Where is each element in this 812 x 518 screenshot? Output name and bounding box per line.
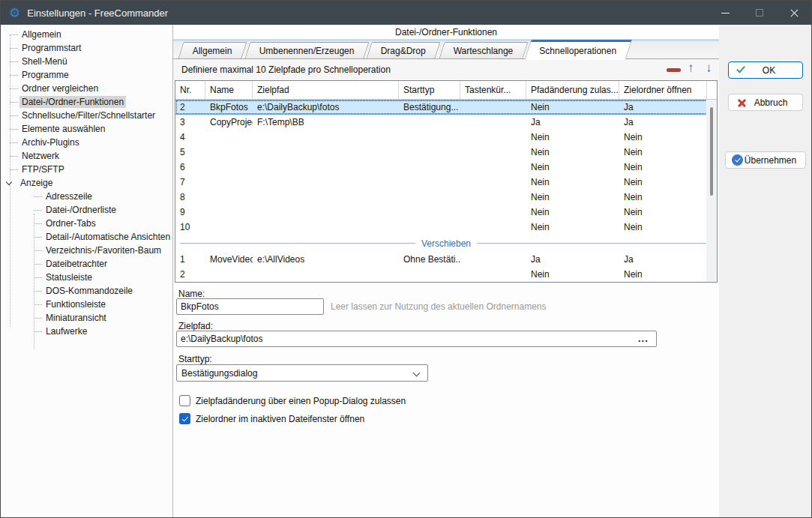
table-cell: Nein	[526, 102, 619, 112]
table-row[interactable]: 8NeinNein	[175, 190, 717, 205]
sidebar-item[interactable]: Archiv-Plugins	[1, 136, 172, 149]
column-header[interactable]: Pfadänderung zulas...	[526, 81, 619, 99]
tab-schnelloperationen[interactable]: Schnelloperationen	[525, 40, 632, 59]
table-cell: Nein	[619, 269, 707, 280]
tab-allgemein[interactable]: Allgemein	[178, 42, 247, 58]
table-cell: Ja	[526, 254, 619, 265]
table-row[interactable]: 5NeinNein	[175, 145, 717, 160]
sidebar-item[interactable]: Ordner vergleichen	[1, 82, 172, 95]
sidebar-item[interactable]: Statusleiste	[1, 271, 172, 284]
table-row[interactable]: 1MoveVideose:\AllVideosOhne Bestäti...Ja…	[175, 252, 717, 267]
sidebar-item[interactable]: Dateibetrachter	[1, 257, 172, 271]
sidebar-item[interactable]: Laufwerke	[1, 325, 172, 338]
titlebar[interactable]: ⚙ Einstellungen - FreeCommander	[1, 1, 811, 25]
sidebar-item-label: Programme	[19, 69, 71, 81]
tree-connector	[10, 34, 18, 35]
remove-icon[interactable]	[667, 68, 681, 72]
sidebar-item[interactable]: Funktionsleiste	[1, 298, 172, 311]
popup-dialog-checkbox-row[interactable]: Zielpfadänderung über einen Popup-Dialog…	[179, 395, 406, 406]
sidebar-item-label: Miniaturansicht	[43, 312, 109, 324]
move-down-icon[interactable]: ↓	[706, 61, 712, 76]
settings-tree: AllgemeinProgrammstartShell-MenüProgramm…	[1, 28, 172, 338]
sidebar-item[interactable]: Shell-Menü	[1, 55, 172, 68]
quickop-toolbar: Definiere maximal 10 Zielpfade pro Schne…	[173, 60, 719, 80]
sidebar-item[interactable]: Verzeichnis-/Favoriten-Baum	[1, 244, 172, 257]
table-header: Nr.NameZielpfadStarttypTastenkür...Pfadä…	[175, 81, 717, 100]
table-cell: 1	[175, 254, 205, 265]
sidebar-item[interactable]: Adresszeile	[1, 190, 172, 203]
tab-label: Allgemein	[193, 46, 232, 56]
table-row[interactable]: 10NeinNein	[175, 220, 717, 235]
table-row[interactable]: 7NeinNein	[175, 175, 717, 190]
cancel-button[interactable]: Abbruch	[728, 94, 803, 111]
chevron-down-icon[interactable]	[6, 178, 12, 184]
sidebar-item[interactable]: Programme	[1, 68, 172, 82]
tree-connector	[10, 169, 18, 170]
table-cell: CopyProject	[205, 117, 253, 127]
close-button[interactable]	[777, 1, 811, 25]
tree-connector	[34, 331, 42, 332]
column-header[interactable]: Zielordner öffnen	[619, 81, 707, 99]
name-input[interactable]	[176, 298, 324, 315]
table-row[interactable]: 2BkpFotose:\DailyBackup\fotosBestätigung…	[175, 100, 717, 115]
sidebar-item[interactable]: Anzeige	[1, 176, 172, 190]
zielpfad-input[interactable]	[176, 331, 657, 347]
popup-dialog-checkbox[interactable]	[179, 395, 190, 406]
apply-check-icon	[732, 154, 743, 166]
column-header[interactable]: Nr.	[175, 81, 205, 99]
close-icon	[790, 8, 799, 18]
sidebar-item[interactable]: Programmstart	[1, 41, 172, 55]
ok-button[interactable]: OK	[728, 61, 803, 79]
sidebar-item-label: Shell-Menü	[19, 55, 70, 67]
tab-label: Schnelloperationen	[540, 46, 617, 56]
sidebar-item[interactable]: FTP/SFTP	[1, 163, 172, 176]
table-cell: Ja	[526, 117, 619, 127]
tree-connector	[34, 318, 42, 319]
table-row[interactable]: 9NeinNein	[175, 205, 717, 220]
sidebar-item[interactable]: Schnellsuche/Filter/Schnellstarter	[1, 109, 172, 122]
sidebar-item[interactable]: Ordner-Tabs	[1, 217, 172, 230]
tree-connector	[10, 129, 18, 130]
starttyp-value: Bestätigungsdialog	[181, 368, 257, 379]
sidebar-item[interactable]: Detail-/Automatische Ansichten	[1, 230, 172, 244]
table-row[interactable]: 2NeinNein	[175, 267, 717, 282]
apply-button[interactable]: Übernehmen	[725, 151, 806, 169]
table-cell: Nein	[526, 177, 619, 187]
sidebar-item[interactable]: Datei-/Ordner-Funktionen	[1, 95, 172, 109]
column-header[interactable]: Starttyp	[399, 81, 460, 99]
scrollbar-thumb[interactable]	[710, 107, 713, 196]
table-cell: Nein	[526, 222, 619, 232]
minimize-button[interactable]	[708, 1, 742, 25]
table-scrollbar[interactable]	[706, 100, 717, 282]
tree-connector	[10, 75, 18, 76]
sidebar-item-label: Datei-/Ordnerliste	[43, 204, 118, 216]
sidebar-item-label: Anzeige	[18, 177, 55, 189]
table-row[interactable]: 4NeinNein	[175, 130, 717, 145]
inactive-pane-checkbox[interactable]	[179, 413, 190, 424]
inactive-pane-checkbox-row[interactable]: Zielordner im inaktiven Dateifenster öff…	[179, 413, 364, 424]
browse-button[interactable]: ...	[638, 333, 649, 344]
move-up-icon[interactable]: ↑	[688, 61, 694, 76]
sidebar-item[interactable]: Allgemein	[1, 28, 172, 41]
maximize-button[interactable]	[742, 1, 777, 25]
tab-umbenennen-erzeugen[interactable]: Umbenennen/Erzeugen	[244, 42, 369, 58]
table-cell: 4	[175, 132, 205, 142]
settings-sidebar: AllgemeinProgrammstartShell-MenüProgramm…	[1, 25, 173, 518]
table-cell: Nein	[526, 269, 619, 280]
sidebar-item[interactable]: Netzwerk	[1, 149, 172, 163]
zielpfad-label: Zielpfad:	[178, 321, 213, 331]
table-row[interactable]: 3CopyProjectF:\Temp\BBJaJa	[175, 115, 717, 130]
column-header[interactable]: Tastenkür...	[460, 81, 526, 99]
sidebar-item[interactable]: DOS-Kommandozeile	[1, 284, 172, 298]
sidebar-item-label: Allgemein	[19, 28, 64, 40]
tab-drag-drop[interactable]: Drag&Drop	[367, 42, 441, 58]
sidebar-item[interactable]: Elemente auswählen	[1, 122, 172, 136]
column-header[interactable]: Zielpfad	[253, 81, 399, 99]
sidebar-item[interactable]: Datei-/Ordnerliste	[1, 203, 172, 217]
starttyp-select[interactable]: Bestätigungsdialog	[176, 364, 428, 382]
column-header[interactable]: Name	[205, 81, 253, 99]
sidebar-item[interactable]: Miniaturansicht	[1, 311, 172, 325]
tab-warteschlange[interactable]: Warteschlange	[439, 42, 528, 58]
table-row[interactable]: 6NeinNein	[175, 160, 717, 175]
tab-label: Umbenennen/Erzeugen	[259, 46, 355, 56]
